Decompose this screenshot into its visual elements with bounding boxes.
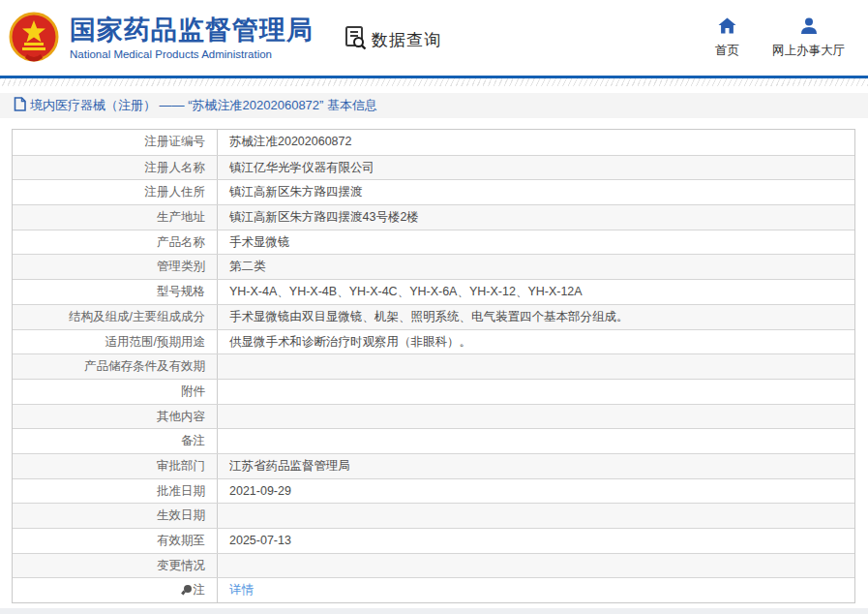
table-row: 审批部门江苏省药品监督管理局 xyxy=(13,453,854,478)
row-value-text: 镇江高新区朱方路四摆渡 xyxy=(229,185,363,199)
row-label-text: 注册人名称 xyxy=(145,161,206,174)
row-label-text: 注册人住所 xyxy=(145,185,206,199)
table-row: 变更情况 xyxy=(13,553,854,578)
document-search-icon xyxy=(344,25,372,54)
row-value: 苏械注准20202060872 xyxy=(217,130,854,155)
row-label-text: 注册证编号 xyxy=(145,135,206,148)
row-label: 结构及组成/主要组成成分 xyxy=(13,305,217,329)
row-value xyxy=(217,380,854,404)
table-row: 有效期至2025-07-13 xyxy=(13,528,854,553)
table-row: 批准日期2021-09-29 xyxy=(13,478,854,504)
hatched-band xyxy=(0,78,868,86)
row-value: 江苏省药品监督管理局 xyxy=(217,454,854,478)
row-label: 变更情况 xyxy=(13,554,217,578)
row-value: 详情 xyxy=(217,578,854,602)
row-label: 适用范围/预期用途 xyxy=(13,330,217,354)
nav-home-label: 首页 xyxy=(715,43,739,59)
row-value xyxy=(217,554,854,578)
row-value: 手术显微镜 xyxy=(217,230,854,255)
table-row: 管理类别第二类 xyxy=(13,254,854,279)
top-nav: 首页 网上办事大厅 xyxy=(715,17,845,59)
user-icon xyxy=(800,17,818,38)
row-label-text: 结构及组成/主要组成成分 xyxy=(69,310,205,323)
row-label: 注册人住所 xyxy=(13,180,217,204)
row-label: 附件 xyxy=(13,380,217,404)
home-icon xyxy=(718,17,736,38)
row-label-text: 批准日期 xyxy=(157,484,205,498)
row-label: 注 xyxy=(13,578,217,602)
info-table: 注册证编号苏械注准20202060872注册人名称镇江亿华光学仪器有限公司注册人… xyxy=(12,129,855,603)
row-value: YH-X-4A、YH-X-4B、YH-X-4C、YH-X-6A、YH-X-12、… xyxy=(217,280,854,304)
row-label-text: 变更情况 xyxy=(157,559,205,572)
row-label-text: 注 xyxy=(194,583,206,597)
national-emblem-logo xyxy=(8,12,60,64)
row-value: 镇江高新区朱方路四摆渡 xyxy=(217,180,854,204)
footer-strip xyxy=(0,608,868,614)
row-value: 镇江高新区朱方路四摆渡43号楼2楼 xyxy=(217,205,854,230)
row-label: 批准日期 xyxy=(13,479,217,504)
row-label: 管理类别 xyxy=(13,255,217,279)
row-value-text: 供显微手术和诊断治疗时观察用（非眼科）。 xyxy=(229,335,471,349)
table-row: 生效日期 xyxy=(13,503,854,528)
table-row: 其他内容 xyxy=(13,404,854,429)
table-row: 产品储存条件及有效期 xyxy=(13,353,854,379)
row-value: 供显微手术和诊断治疗时观察用（非眼科）。 xyxy=(217,330,854,354)
org-title-block: 国家药品监督管理局 National Medical Products Admi… xyxy=(70,15,314,59)
detail-link[interactable]: 详情 xyxy=(229,583,254,597)
page-header: 国家药品监督管理局 National Medical Products Admi… xyxy=(0,0,868,76)
row-label-text: 有效期至 xyxy=(157,534,205,547)
row-value-text: 江苏省药品监督管理局 xyxy=(229,459,350,473)
section-title: 数据查询 xyxy=(372,29,441,51)
row-label: 产品名称 xyxy=(13,230,217,255)
row-label: 有效期至 xyxy=(13,529,217,553)
row-value-text: 手术显微镜由双目显微镜、机架、照明系统、电气装置四个基本部分组成。 xyxy=(229,310,629,323)
table-row: 注详情 xyxy=(13,577,854,602)
row-label-text: 产品储存条件及有效期 xyxy=(84,359,205,373)
table-row: 生产地址镇江高新区朱方路四摆渡43号楼2楼 xyxy=(13,204,854,230)
row-value-text: 苏械注准20202060872 xyxy=(229,135,351,148)
row-label-text: 其他内容 xyxy=(157,410,205,423)
table-row: 附件 xyxy=(13,379,854,404)
row-label: 产品储存条件及有效期 xyxy=(13,354,217,379)
row-label: 审批部门 xyxy=(13,454,217,478)
row-label: 其他内容 xyxy=(13,405,217,429)
row-value-text: 2021-09-29 xyxy=(229,484,291,498)
row-value: 手术显微镜由双目显微镜、机架、照明系统、电气装置四个基本部分组成。 xyxy=(217,305,854,329)
row-label-text: 审批部门 xyxy=(157,459,205,473)
row-label-text: 产品名称 xyxy=(157,235,205,249)
row-label: 备注 xyxy=(13,429,217,453)
row-value xyxy=(217,354,854,379)
row-value xyxy=(217,405,854,429)
breadcrumb: 境内医疗器械（注册） —— “苏械注准20202060872” 基本信息 xyxy=(0,93,868,118)
row-value-text: 第二类 xyxy=(229,260,266,273)
table-row: 注册人名称镇江亿华光学仪器有限公司 xyxy=(13,155,854,180)
row-value: 镇江亿华光学仪器有限公司 xyxy=(217,156,854,180)
table-row: 型号规格YH-X-4A、YH-X-4B、YH-X-4C、YH-X-6A、YH-X… xyxy=(13,279,854,304)
org-name-en: National Medical Products Administration xyxy=(70,48,314,60)
row-label: 注册人名称 xyxy=(13,156,217,180)
row-label-text: 生效日期 xyxy=(157,508,205,522)
row-value xyxy=(217,504,854,528)
data-query-entry[interactable]: 数据查询 xyxy=(344,25,441,54)
row-label-text: 备注 xyxy=(181,434,205,447)
row-label: 注册证编号 xyxy=(13,130,217,155)
row-label: 生效日期 xyxy=(13,504,217,528)
row-value-text: 镇江高新区朱方路四摆渡43号楼2楼 xyxy=(229,210,419,224)
table-row: 注册人住所镇江高新区朱方路四摆渡 xyxy=(13,179,854,204)
nav-online-hall[interactable]: 网上办事大厅 xyxy=(772,17,845,59)
row-value xyxy=(217,429,854,453)
row-label-text: 适用范围/预期用途 xyxy=(105,335,205,349)
table-row: 适用范围/预期用途供显微手术和诊断治疗时观察用（非眼科）。 xyxy=(13,329,854,354)
row-label-text: 型号规格 xyxy=(157,285,205,298)
nav-home[interactable]: 首页 xyxy=(715,17,739,59)
row-value-text: YH-X-4A、YH-X-4B、YH-X-4C、YH-X-6A、YH-X-12、… xyxy=(229,285,583,298)
row-value-text: 2025-07-13 xyxy=(229,534,291,547)
row-value: 第二类 xyxy=(217,255,854,279)
page-icon xyxy=(14,97,30,115)
nav-online-hall-label: 网上办事大厅 xyxy=(772,43,845,59)
org-name-cn: 国家药品监督管理局 xyxy=(70,15,314,46)
table-row: 产品名称手术显微镜 xyxy=(13,230,854,255)
row-value: 2021-09-29 xyxy=(217,479,854,504)
note-icon xyxy=(184,585,192,593)
row-value-text: 镇江亿华光学仪器有限公司 xyxy=(229,161,374,174)
